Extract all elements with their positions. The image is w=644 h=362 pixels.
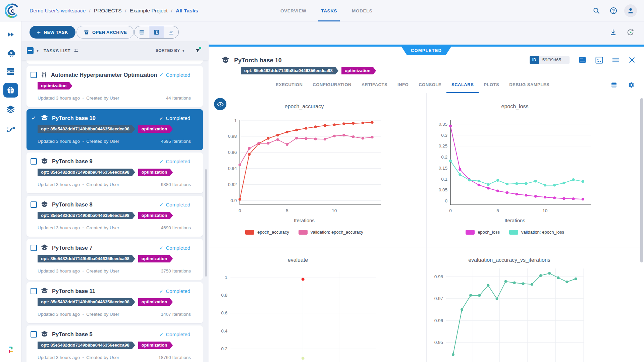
task-checkbox[interactable] xyxy=(31,331,37,338)
split-view-button[interactable] xyxy=(149,26,164,38)
task-checkbox[interactable] xyxy=(31,201,37,208)
task-name[interactable]: PyTorch base 9 xyxy=(52,158,93,165)
help-icon[interactable] xyxy=(609,7,618,15)
description-button[interactable] xyxy=(579,57,586,63)
detail-tab-scalars[interactable]: SCALARS xyxy=(446,76,479,93)
tag-optimization[interactable]: optimization xyxy=(138,298,173,306)
select-all-checkbox[interactable] xyxy=(27,47,34,54)
clearml-logo-icon[interactable]: C xyxy=(4,3,20,18)
selected-check-icon[interactable]: ✓ xyxy=(31,115,37,122)
tag-optimization[interactable]: optimization xyxy=(341,67,376,74)
tag-optimization[interactable]: optimization xyxy=(38,82,72,89)
chart-plot-area[interactable]: 0.980.970.960.95 xyxy=(427,264,592,362)
tag-opt-id[interactable]: opt: 85e5482ddd7149b8ba0446356eedca98 xyxy=(38,125,135,133)
select-dropdown-caret-icon[interactable]: ▾ xyxy=(37,48,39,53)
debug-image-button[interactable] xyxy=(595,57,603,64)
legend-item[interactable]: validation: epoch_accuracy xyxy=(299,230,363,235)
profile-avatar[interactable] xyxy=(624,4,637,17)
task-name[interactable]: Automatic Hyperparameter Optimization xyxy=(51,72,157,78)
task-card[interactable]: PyTorch base 9 ✓Completed opt: 85e5482dd… xyxy=(26,153,203,193)
open-archive-button[interactable]: OPEN ARCHIVE xyxy=(76,26,134,39)
chart-epoch-accuracy[interactable]: epoch_accuracy 10.980.960.940.920.90510 … xyxy=(209,95,426,247)
task-card[interactable]: PyTorch base 11 ✓Completed opt: 85e5482d… xyxy=(26,282,203,323)
task-card[interactable]: ✓ PyTorch base 10 ✓Completed opt: 85e548… xyxy=(26,109,203,150)
sidebar-item-projects-active[interactable] xyxy=(3,83,18,98)
task-checkbox[interactable] xyxy=(31,72,37,78)
tag-optimization[interactable]: optimization xyxy=(138,342,173,349)
chart-legend[interactable]: epoch_accuracyvalidation: epoch_accuracy xyxy=(220,230,388,235)
chart-plot-area[interactable]: 0.350.30.250.20.150.10.0500510 xyxy=(431,116,599,216)
table-view-button[interactable] xyxy=(135,26,149,38)
auto-refresh-icon[interactable] xyxy=(626,28,635,37)
task-name[interactable]: PyTorch base 11 xyxy=(52,288,95,294)
task-name[interactable]: PyTorch base 7 xyxy=(52,245,93,251)
task-checkbox[interactable] xyxy=(31,245,37,251)
close-icon[interactable] xyxy=(629,57,635,63)
breadcrumb-item[interactable]: All Tasks xyxy=(176,8,198,14)
legend-item[interactable]: epoch_loss xyxy=(466,230,500,235)
task-card-partial[interactable] xyxy=(26,60,203,64)
tab-models[interactable]: MODELS xyxy=(352,0,372,21)
task-card[interactable]: Automatic Hyperparameter Optimization ✓C… xyxy=(26,66,203,107)
tag-opt-id[interactable]: opt: 85e5482ddd7149b8ba0446356eedca98 xyxy=(38,298,135,306)
breadcrumb-item[interactable]: Demo User's workspace xyxy=(30,8,86,14)
tasks-list-scrollbar[interactable] xyxy=(205,169,207,277)
filter-button[interactable] xyxy=(195,48,201,54)
detail-tab-plots[interactable]: PLOTS xyxy=(479,76,504,93)
expand-sidebar-icon[interactable] xyxy=(6,30,15,39)
task-checkbox[interactable] xyxy=(31,288,37,294)
detail-tab-info[interactable]: INFO xyxy=(392,76,414,93)
applications-cloud-icon[interactable] xyxy=(5,48,16,58)
detail-tab-debug-samples[interactable]: DEBUG SAMPLES xyxy=(504,76,554,93)
customize-columns-icon[interactable] xyxy=(73,48,79,54)
search-icon[interactable] xyxy=(592,7,600,15)
tag-optimization[interactable]: optimization xyxy=(138,212,173,219)
detail-tab-artifacts[interactable]: ARTIFACTS xyxy=(357,76,392,93)
tab-tasks[interactable]: TASKS xyxy=(321,0,337,21)
breadcrumb-item[interactable]: Example Project xyxy=(130,8,168,14)
svg-text:10: 10 xyxy=(542,208,547,213)
tab-overview[interactable]: OVERVIEW xyxy=(280,0,306,21)
detail-tab-console[interactable]: CONSOLE xyxy=(414,76,446,93)
chart-legend[interactable]: epoch_lossvalidation: epoch_loss xyxy=(431,230,599,235)
tag-opt-id[interactable]: opt: 85e5482ddd7149b8ba0446356eedca98 xyxy=(241,67,338,74)
task-name[interactable]: PyTorch base 5 xyxy=(52,331,93,338)
detail-scrollbar[interactable] xyxy=(640,98,643,262)
task-id-chip[interactable]: ID 59f99d65 ... xyxy=(530,56,570,64)
tag-optimization[interactable]: optimization xyxy=(138,255,173,262)
sorted-by-control[interactable]: SORTED BY ▾ xyxy=(156,48,184,53)
datasets-layers-icon[interactable] xyxy=(6,105,15,114)
workers-queues-icon[interactable] xyxy=(6,67,15,76)
legend-item[interactable]: epoch_accuracy xyxy=(245,230,289,235)
legend-item[interactable]: validation: epoch_loss xyxy=(509,230,564,235)
detail-tab-execution[interactable]: EXECUTION xyxy=(271,76,308,93)
task-card[interactable]: PyTorch base 7 ✓Completed opt: 85e5482dd… xyxy=(26,239,203,280)
task-name[interactable]: PyTorch base 8 xyxy=(52,201,93,208)
chart-view-button[interactable] xyxy=(164,26,178,38)
pipelines-icon[interactable] xyxy=(6,124,16,133)
tag-optimization[interactable]: optimization xyxy=(138,125,173,133)
tag-opt-id[interactable]: opt: 85e5482ddd7149b8ba0446356eedca98 xyxy=(38,342,135,349)
chart-evaluate[interactable]: evaluate 10.80.60.40.2 xyxy=(209,247,426,362)
slack-icon[interactable] xyxy=(7,346,14,354)
metrics-table-button[interactable] xyxy=(610,81,618,88)
chart-plot-area[interactable]: 10.980.960.940.920.90510 xyxy=(220,116,388,216)
task-checkbox[interactable] xyxy=(31,158,37,165)
download-icon[interactable] xyxy=(609,28,617,36)
breadcrumb-item[interactable]: PROJECTS xyxy=(94,8,122,14)
hide-show-metrics-button[interactable] xyxy=(214,98,226,110)
task-name[interactable]: PyTorch base 10 xyxy=(52,115,96,121)
tag-opt-id[interactable]: opt: 85e5482ddd7149b8ba0446356eedca98 xyxy=(38,255,135,262)
chart-plot-area[interactable]: 10.80.60.40.2 xyxy=(211,266,385,362)
task-card[interactable]: PyTorch base 8 ✓Completed opt: 85e5482dd… xyxy=(26,196,203,237)
task-card[interactable]: PyTorch base 5 ✓Completed opt: 85e5482dd… xyxy=(26,325,203,362)
menu-button[interactable] xyxy=(612,57,620,63)
chart-epoch-loss[interactable]: epoch_loss 0.350.30.250.20.150.10.050051… xyxy=(427,95,644,247)
tag-opt-id[interactable]: opt: 85e5482ddd7149b8ba0446356eedca98 xyxy=(38,169,135,176)
detail-tab-configuration[interactable]: CONFIGURATION xyxy=(308,76,356,93)
gear-icon[interactable] xyxy=(628,81,635,88)
tag-opt-id[interactable]: opt: 85e5482ddd7149b8ba0446356eedca98 xyxy=(38,212,135,219)
chart-evaluation-accuracy-vs-iterations[interactable]: evaluation_accuracy_vs_iterations 0.980.… xyxy=(427,247,644,362)
new-task-button[interactable]: + NEW TASK xyxy=(30,26,75,39)
tag-optimization[interactable]: optimization xyxy=(138,169,173,176)
